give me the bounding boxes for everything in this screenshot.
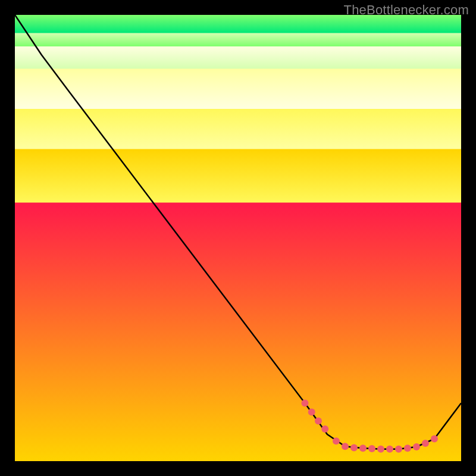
data-point: [422, 440, 429, 447]
bottleneck-chart: [15, 15, 461, 461]
data-point: [342, 443, 349, 450]
data-point: [333, 437, 340, 444]
svg-rect-2: [15, 149, 461, 203]
data-point: [350, 444, 358, 452]
svg-rect-7: [15, 15, 461, 33]
data-point: [413, 443, 420, 450]
data-point: [315, 418, 322, 425]
data-point: [431, 436, 438, 443]
data-point: [404, 444, 411, 452]
data-point: [395, 446, 402, 453]
svg-rect-6: [15, 33, 461, 46]
svg-rect-1: [15, 202, 461, 461]
data-point: [302, 400, 309, 407]
chart-frame: TheBottlenecker.com: [0, 0, 476, 476]
data-point: [386, 446, 393, 453]
data-point: [377, 446, 384, 453]
data-point: [321, 425, 328, 433]
svg-rect-5: [15, 46, 461, 69]
svg-rect-4: [15, 68, 461, 109]
data-point: [368, 445, 375, 452]
svg-rect-3: [15, 109, 461, 149]
data-point: [359, 444, 367, 452]
data-point: [308, 409, 315, 416]
